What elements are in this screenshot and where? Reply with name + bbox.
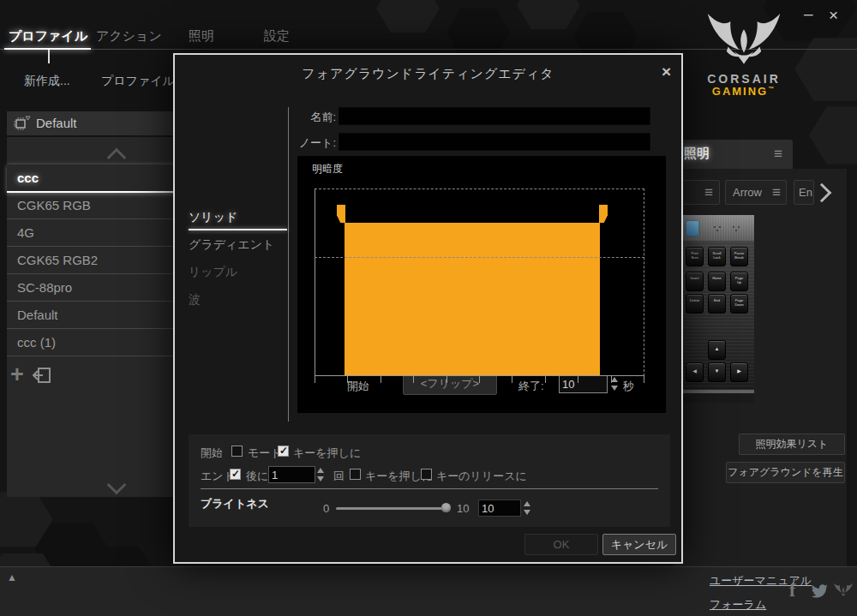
key-insert[interactable]: Insert (686, 272, 704, 291)
end-after-label: 後に (246, 469, 268, 484)
repeat-count-input[interactable] (268, 466, 315, 483)
key-release-label: キーのリリースに (436, 469, 527, 484)
device-name: Default (36, 116, 77, 130)
cancel-button[interactable]: キャンセル (602, 534, 676, 555)
envelope-end-handle[interactable] (599, 205, 608, 223)
mode-checkbox-label: モード (248, 446, 282, 461)
profile-item[interactable]: 4G (7, 219, 176, 247)
hexagon-decoration (787, 36, 857, 103)
slider-max-label: 10 (457, 502, 469, 515)
key-pause-break[interactable]: Pause Break (730, 247, 748, 266)
corsair-sails-icon[interactable] (833, 583, 854, 598)
keyboard-preview: Print Scrn Scroll Lock Pause Break Inser… (683, 215, 754, 403)
new-profile-action[interactable]: 新作成... (24, 74, 70, 89)
add-profile-button[interactable]: + (10, 363, 24, 386)
active-type-underline (189, 229, 287, 230)
profile-item-label: ccc (1) (17, 335, 56, 350)
profile-item-label: CGK65 RGB2 (17, 253, 98, 267)
name-label: 名前: (295, 110, 336, 125)
key-scroll-lock[interactable]: Scroll Lock (708, 247, 726, 266)
repeat-count-spinner[interactable] (317, 466, 325, 483)
brightness-spinner[interactable] (524, 499, 531, 517)
hexagon-decoration (511, 0, 586, 31)
foreground-lighting-editor-dialog: フォアグラウンドライティングエディタ × 名前: ノート: ソリッド グラディエ… (173, 53, 683, 564)
key-arrow-left[interactable]: ◀ (686, 362, 704, 382)
tab-actions[interactable]: アクション (96, 28, 162, 45)
facebook-icon[interactable]: f (789, 579, 795, 601)
active-tab-connector (48, 50, 50, 63)
key-delete[interactable]: Delete (686, 294, 704, 314)
note-input[interactable] (339, 133, 650, 151)
twitter-icon[interactable] (811, 584, 828, 598)
tab-profile[interactable]: プロファイル (9, 28, 87, 45)
profile-item[interactable]: Default (7, 302, 176, 329)
profile-item[interactable]: SC-88pro (7, 274, 176, 302)
key-page-down[interactable]: Page Down (730, 294, 748, 314)
end-after-checkbox[interactable] (230, 469, 241, 480)
arrow-dropdown-value: Arrow (733, 186, 762, 199)
tab-ripple[interactable]: リップル (189, 265, 286, 280)
options-panel: 開始 モード キーを押しに エンド 後に 回 キーを押しに キーのリリースに ブ… (189, 434, 670, 527)
start-on-keypress-checkbox[interactable] (278, 446, 289, 457)
tab-wave[interactable]: 波 (189, 292, 286, 308)
import-profile-button[interactable] (33, 367, 51, 384)
envelope-fill[interactable] (345, 223, 600, 375)
tab-lighting[interactable]: 照明 (189, 28, 214, 45)
lighting-panel-tab[interactable]: 照明 ≡ (674, 140, 793, 169)
device-selector[interactable]: Default (7, 111, 176, 135)
brightness-input[interactable] (478, 499, 521, 517)
brightness-slider-thumb[interactable] (441, 503, 451, 512)
panel-menu-icon[interactable]: ≡ (774, 147, 782, 161)
key-print-screen[interactable]: Print Scrn (686, 247, 704, 266)
indicator-leds (733, 226, 734, 228)
lighting-effects-list-button[interactable]: 照明効果リスト (739, 434, 845, 455)
user-manual-link[interactable]: ユーザーマニュアル (710, 573, 812, 589)
device-chip-icon (12, 116, 31, 131)
mode-checkbox[interactable] (231, 446, 243, 457)
profile-item[interactable]: CGK65 RGB2 (7, 247, 176, 274)
minimize-button[interactable]: – (804, 5, 813, 21)
key-arrow-right[interactable]: ▶ (730, 362, 748, 382)
profile-item[interactable]: ccc (1) (7, 329, 176, 356)
tab-solid[interactable]: ソリッド (189, 210, 286, 225)
chart-max-gridline (315, 188, 644, 189)
key-end[interactable]: End (708, 294, 726, 314)
menu-icon: ≡ (704, 185, 713, 200)
start-on-keypress-label: キーを押しに (293, 446, 361, 461)
trademark: ™ (768, 86, 776, 92)
name-input[interactable] (339, 107, 650, 125)
key-home[interactable]: Home (708, 272, 726, 291)
key-arrow-down[interactable]: ▼ (708, 362, 726, 382)
arrow-dropdown[interactable]: Arrow ≡ (725, 180, 787, 205)
close-button[interactable]: × (829, 7, 838, 23)
hexagon-decoration (370, 0, 446, 34)
brand-corsair: CORSAIR (696, 72, 792, 86)
times-label: 回 (333, 469, 345, 484)
tab-settings[interactable]: 設定 (264, 28, 290, 45)
brightness-label: ブライトネス (201, 496, 269, 511)
forum-link[interactable]: フォーラム (710, 597, 766, 613)
footer-expand-icon[interactable]: ▲ (7, 571, 17, 583)
key-arrow-up[interactable]: ▲ (708, 340, 726, 360)
brightness-slider-track[interactable] (336, 507, 449, 510)
hexagon-decoration (801, 105, 857, 166)
corsair-sails-logo-icon (704, 12, 783, 70)
menu-icon: ≡ (772, 185, 781, 200)
envelope-start-handle[interactable] (337, 205, 345, 223)
lighting-panel-title: 照明 (684, 146, 710, 162)
dialog-close-icon[interactable]: × (662, 63, 671, 81)
end-on-keypress-checkbox[interactable] (350, 469, 361, 480)
hexagon-decoration (440, 7, 516, 58)
profile-item-label: SC-88pro (17, 280, 72, 295)
lighting-envelope-chart[interactable]: 明暗度 開始 <フリップ> 終了: 秒 (297, 156, 666, 413)
key-release-checkbox[interactable] (421, 469, 432, 480)
tab-gradient[interactable]: グラディエント (189, 237, 286, 253)
profile-item[interactable]: ccc (7, 164, 176, 193)
play-foreground-button[interactable]: フォアグラウンドを再生 (726, 462, 845, 483)
language-label: En (799, 186, 812, 199)
mode-menu-button[interactable]: ≡ (677, 180, 720, 205)
chart-mid-gridline (315, 257, 644, 258)
ok-button[interactable]: OK (524, 534, 598, 555)
profile-item[interactable]: CGK65 RGB (7, 192, 176, 219)
key-page-up[interactable]: Page Up (730, 272, 748, 291)
